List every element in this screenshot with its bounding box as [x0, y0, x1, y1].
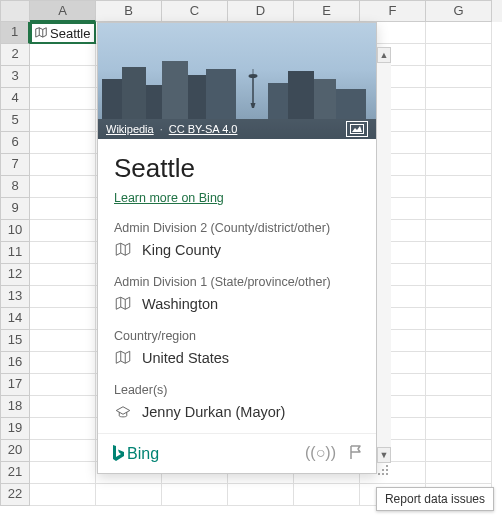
col-head-G[interactable]: G	[426, 0, 492, 22]
flag-icon[interactable]	[348, 444, 364, 464]
field-value[interactable]: Washington	[114, 295, 360, 313]
svg-point-14	[382, 469, 384, 471]
cell[interactable]	[30, 220, 96, 242]
field-value[interactable]: King County	[114, 241, 360, 259]
row-head-8[interactable]: 8	[0, 176, 30, 198]
row-head-11[interactable]: 11	[0, 242, 30, 264]
cell[interactable]	[30, 198, 96, 220]
cell[interactable]	[426, 352, 492, 374]
scroll-track[interactable]	[377, 63, 391, 447]
col-head-F[interactable]: F	[360, 0, 426, 22]
cell[interactable]	[426, 462, 492, 484]
col-head-A[interactable]: A	[30, 0, 96, 22]
row-head-17[interactable]: 17	[0, 374, 30, 396]
bing-brand[interactable]: Bing	[110, 444, 159, 464]
cell[interactable]	[426, 308, 492, 330]
cell[interactable]	[30, 176, 96, 198]
row-head-9[interactable]: 9	[0, 198, 30, 220]
attribution-license-link[interactable]: CC BY-SA 4.0	[169, 123, 238, 135]
cell[interactable]	[426, 44, 492, 66]
cell[interactable]	[30, 242, 96, 264]
row-head-14[interactable]: 14	[0, 308, 30, 330]
cell[interactable]	[162, 484, 228, 506]
cell[interactable]	[426, 264, 492, 286]
cell[interactable]	[426, 286, 492, 308]
cell[interactable]	[30, 440, 96, 462]
cell[interactable]	[426, 88, 492, 110]
select-all-corner[interactable]	[0, 0, 30, 22]
cell[interactable]	[30, 286, 96, 308]
row-head-4[interactable]: 4	[0, 88, 30, 110]
cell[interactable]	[294, 484, 360, 506]
cell[interactable]	[426, 132, 492, 154]
svg-point-17	[378, 473, 380, 475]
col-head-C[interactable]: C	[162, 0, 228, 22]
scroll-down-button[interactable]: ▼	[377, 447, 391, 463]
cell[interactable]	[30, 110, 96, 132]
row-head-21[interactable]: 21	[0, 462, 30, 484]
row-head-13[interactable]: 13	[0, 286, 30, 308]
col-head-D[interactable]: D	[228, 0, 294, 22]
cell[interactable]	[30, 484, 96, 506]
row-head-10[interactable]: 10	[0, 220, 30, 242]
cell[interactable]	[426, 110, 492, 132]
row-head-18[interactable]: 18	[0, 396, 30, 418]
cell-A1[interactable]: Seattle	[30, 22, 96, 44]
cell[interactable]	[30, 44, 96, 66]
row-head-19[interactable]: 19	[0, 418, 30, 440]
cell[interactable]	[30, 418, 96, 440]
attribution-source-link[interactable]: Wikipedia	[106, 123, 154, 135]
row-head-16[interactable]: 16	[0, 352, 30, 374]
expand-image-button[interactable]	[346, 121, 368, 137]
field-value[interactable]: Jenny Durkan (Mayor)	[114, 403, 360, 421]
cell[interactable]	[30, 396, 96, 418]
col-head-B[interactable]: B	[96, 0, 162, 22]
cell[interactable]	[30, 66, 96, 88]
cell[interactable]	[426, 22, 492, 44]
field-text: Washington	[142, 296, 218, 312]
row-head-5[interactable]: 5	[0, 110, 30, 132]
card-scrollbar[interactable]: ▲ ▼	[377, 47, 391, 463]
row-head-6[interactable]: 6	[0, 132, 30, 154]
cell[interactable]	[30, 132, 96, 154]
learn-more-link[interactable]: Learn more on Bing	[114, 191, 224, 205]
cell[interactable]	[30, 154, 96, 176]
cell[interactable]	[426, 418, 492, 440]
cell[interactable]	[30, 330, 96, 352]
row-head-2[interactable]: 2	[0, 44, 30, 66]
row-head-15[interactable]: 15	[0, 330, 30, 352]
space-needle-icon	[248, 59, 258, 119]
cell[interactable]	[426, 176, 492, 198]
cell[interactable]	[426, 198, 492, 220]
cell[interactable]	[228, 484, 294, 506]
cell[interactable]	[426, 66, 492, 88]
cell[interactable]	[426, 220, 492, 242]
geography-icon	[114, 349, 132, 367]
cell[interactable]	[426, 242, 492, 264]
row-head-20[interactable]: 20	[0, 440, 30, 462]
cell[interactable]	[30, 308, 96, 330]
row-head-7[interactable]: 7	[0, 154, 30, 176]
cell[interactable]	[426, 330, 492, 352]
row-head-1[interactable]: 1	[0, 22, 30, 44]
row-head-12[interactable]: 12	[0, 264, 30, 286]
col-head-E[interactable]: E	[294, 0, 360, 22]
cell[interactable]	[30, 88, 96, 110]
cell[interactable]	[426, 374, 492, 396]
card-resize-grip[interactable]	[378, 463, 390, 475]
cell[interactable]	[30, 374, 96, 396]
cell[interactable]	[30, 352, 96, 374]
cell[interactable]	[96, 484, 162, 506]
row-head-3[interactable]: 3	[0, 66, 30, 88]
field-label: Country/region	[114, 329, 360, 343]
cell[interactable]	[426, 440, 492, 462]
cell[interactable]	[426, 154, 492, 176]
cell[interactable]	[30, 462, 96, 484]
cell[interactable]	[426, 396, 492, 418]
field-value[interactable]: United States	[114, 349, 360, 367]
signal-icon[interactable]: ((○))	[305, 444, 336, 464]
scroll-up-button[interactable]: ▲	[377, 47, 391, 63]
cell[interactable]	[30, 264, 96, 286]
field-label: Leader(s)	[114, 383, 360, 397]
row-head-22[interactable]: 22	[0, 484, 30, 506]
